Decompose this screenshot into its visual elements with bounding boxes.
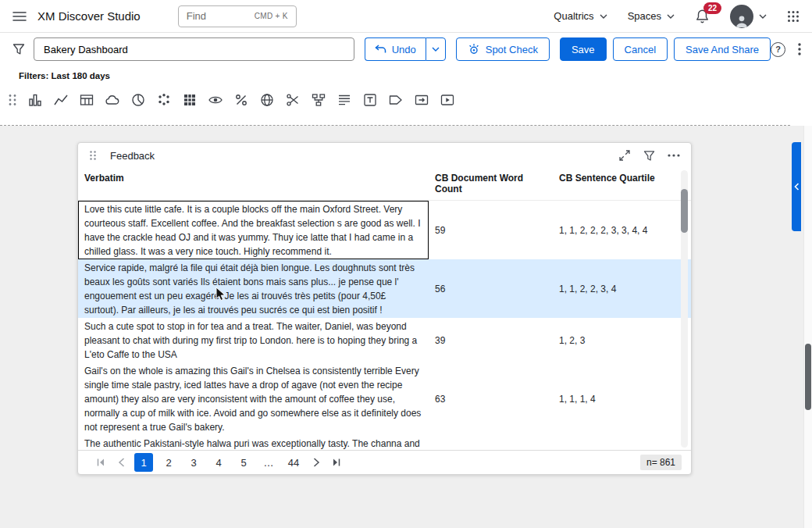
widget-header: Feedback <box>78 143 691 168</box>
feedback-widget: Feedback Verbatim CB Document Word Count… <box>77 142 692 475</box>
spot-check-button[interactable]: Spot Check <box>456 37 550 61</box>
page-button[interactable]: 2 <box>159 453 178 472</box>
line-chart-icon[interactable] <box>53 92 69 108</box>
undo-split-button: Undo <box>365 37 446 61</box>
edit-toolbar-right: ? <box>771 42 801 57</box>
feedback-table: Verbatim CB Document Word Count CB Sente… <box>78 168 691 450</box>
text-widget-icon[interactable] <box>362 92 378 108</box>
column-header-sentence-quartile: CB Sentence Quartile <box>553 173 691 194</box>
previous-page-icon[interactable] <box>111 453 131 472</box>
undo-history-caret[interactable] <box>426 37 446 61</box>
page-button[interactable]: 4 <box>209 453 228 472</box>
label-widget-icon[interactable] <box>388 92 404 108</box>
apps-grid-icon[interactable] <box>787 10 800 23</box>
settings-panel-handle[interactable] <box>792 142 801 231</box>
page-scrollbar-thumb[interactable] <box>805 344 811 410</box>
sentence-quartile-cell: 1, 1, 1, 4 <box>553 394 691 405</box>
widget-scrollbar-thumb[interactable] <box>681 189 688 233</box>
verbatim-cell: The authentic Pakistani-style halwa puri… <box>78 435 429 450</box>
widget-title: Feedback <box>110 150 155 162</box>
word-count-cell: 59 <box>429 225 553 236</box>
cancel-button-label: Cancel <box>625 44 656 55</box>
verbatim-cell: Service rapide, malgré la file qui était… <box>78 259 429 318</box>
save-and-share-button[interactable]: Save And Share <box>674 37 771 61</box>
app-title: XM Discover Studio <box>37 9 141 23</box>
object-tree-icon[interactable] <box>311 92 326 108</box>
page-scrollbar[interactable] <box>803 126 812 528</box>
chevron-down-icon <box>600 14 607 19</box>
page-button[interactable]: 1 <box>134 453 153 472</box>
spot-check-icon <box>468 43 480 55</box>
undo-icon <box>375 45 386 54</box>
widget-filter-icon[interactable] <box>643 150 655 162</box>
last-page-icon[interactable] <box>326 453 347 472</box>
widget-scrollbar[interactable] <box>681 170 688 448</box>
table-row[interactable]: Service rapide, malgré la file qui était… <box>78 259 691 318</box>
chevron-down-icon <box>759 14 767 19</box>
dashboard-name-input[interactable] <box>34 37 354 61</box>
help-icon[interactable]: ? <box>771 42 785 57</box>
metric-percent-icon[interactable] <box>233 92 249 108</box>
undo-button-label: Undo <box>392 44 416 55</box>
first-page-icon[interactable] <box>91 453 111 472</box>
widget-ellipsis-menu-icon[interactable] <box>668 154 680 157</box>
table-row[interactable]: Love this cute little cafe. It is a coup… <box>78 201 691 259</box>
qualtrics-menu[interactable]: Qualtrics <box>554 10 607 22</box>
table-body: Love this cute little cafe. It is a coup… <box>78 201 691 450</box>
table-row[interactable]: The authentic Pakistani-style halwa puri… <box>78 435 691 450</box>
map-globe-icon[interactable] <box>259 92 275 108</box>
dashboard-canvas: Feedback Verbatim CB Document Word Count… <box>0 126 812 528</box>
preview-eye-icon[interactable] <box>208 92 223 108</box>
notification-count-badge: 22 <box>703 2 721 14</box>
page-ellipsis: … <box>259 453 278 472</box>
search-shortcut-hint: CMD + K <box>255 12 288 20</box>
table-icon[interactable] <box>79 92 94 108</box>
document-stream-icon[interactable] <box>337 92 352 108</box>
top-bar-right: Qualtrics Spaces 22 <box>554 5 800 28</box>
page-button[interactable]: 3 <box>184 453 203 472</box>
account-menu[interactable] <box>730 5 767 28</box>
widget-header-icons <box>618 149 680 162</box>
kebab-menu-icon[interactable] <box>798 43 801 55</box>
widget-drag-handle-icon[interactable] <box>89 150 97 161</box>
search-input[interactable]: Find CMD + K <box>178 5 297 27</box>
chevron-down-icon <box>667 14 675 19</box>
scissors-icon[interactable] <box>285 92 301 108</box>
chevron-left-icon <box>794 183 800 191</box>
column-header-word-count: CB Document Word Count <box>429 173 553 194</box>
filters-bar: Filters: Last 180 days <box>0 66 812 86</box>
pie-chart-icon[interactable] <box>130 92 146 108</box>
page-button[interactable]: 5 <box>234 453 253 472</box>
filters-label: Filters: Last 180 days <box>19 71 110 80</box>
bar-chart-icon[interactable] <box>27 92 43 108</box>
spot-check-button-label: Spot Check <box>486 44 538 55</box>
next-page-icon[interactable] <box>306 453 326 472</box>
notifications-button[interactable]: 22 <box>695 9 710 24</box>
video-widget-icon[interactable] <box>440 92 455 108</box>
undo-button[interactable]: Undo <box>365 37 426 61</box>
heatmap-icon[interactable] <box>182 92 198 108</box>
cancel-button[interactable]: Cancel <box>613 37 668 61</box>
verbatim-cell: Such a cute spot to stop in for tea and … <box>78 318 429 362</box>
page-button[interactable]: 44 <box>284 453 303 472</box>
spaces-menu-label: Spaces <box>628 10 661 22</box>
widget-expand-icon[interactable] <box>618 149 631 162</box>
embed-widget-icon[interactable] <box>414 92 429 108</box>
word-count-cell: 63 <box>429 394 553 405</box>
table-row[interactable]: Gail's on the whole is amazing this Gail… <box>78 362 691 435</box>
chevron-down-icon <box>432 47 440 52</box>
word-cloud-icon[interactable] <box>105 92 120 108</box>
table-row[interactable]: Such a cute spot to stop in for tea and … <box>78 318 691 362</box>
column-header-verbatim: Verbatim <box>78 173 429 194</box>
scatter-plot-icon[interactable] <box>156 92 172 108</box>
filter-funnel-icon[interactable] <box>9 43 27 55</box>
qualtrics-menu-label: Qualtrics <box>554 10 593 22</box>
spaces-menu[interactable]: Spaces <box>628 10 675 22</box>
save-button[interactable]: Save <box>560 37 607 61</box>
hamburger-menu-icon[interactable] <box>8 5 31 28</box>
drag-handle-icon[interactable] <box>8 92 17 108</box>
pagination-bar: 1 2 3 4 5 … 44 n= 861 <box>78 450 691 474</box>
widget-toolbar <box>0 86 812 125</box>
word-count-cell: 56 <box>429 284 553 294</box>
sentence-quartile-cell: 1, 1, 2, 2, 2, 3, 3, 4, 4 <box>553 225 691 236</box>
